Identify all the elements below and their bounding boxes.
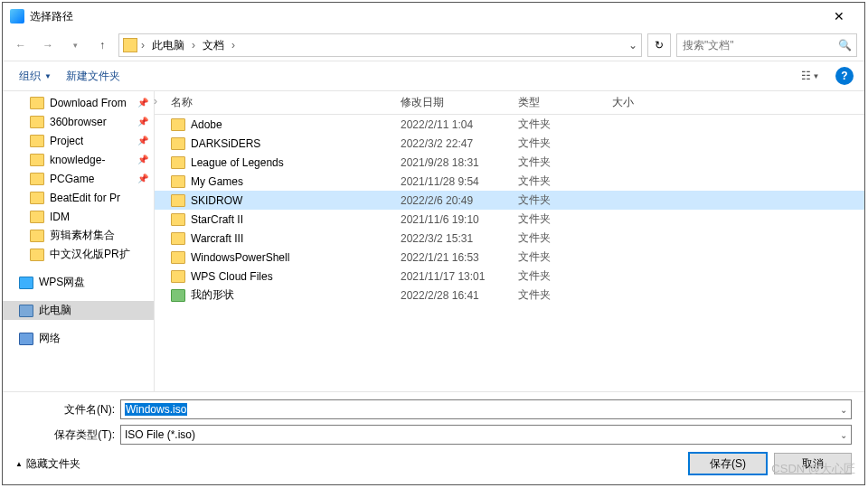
new-folder-button[interactable]: 新建文件夹	[61, 65, 126, 88]
file-name: My Games	[191, 175, 401, 188]
sidebar-item[interactable]: 剪辑素材集合	[3, 226, 154, 245]
breadcrumb-root[interactable]: 此电脑	[148, 36, 188, 55]
file-row[interactable]: Warcraft III2022/3/2 15:31文件夹	[155, 229, 864, 248]
sidebar-item-label: WPS网盘	[39, 275, 85, 290]
chevron-down-icon: ▼	[44, 72, 52, 80]
file-type: 文件夹	[518, 136, 612, 151]
folder-icon	[171, 194, 185, 207]
recent-dropdown-icon[interactable]: ▾	[64, 34, 86, 56]
chevron-down-icon[interactable]: ⌄	[840, 405, 847, 415]
file-type: 文件夹	[518, 249, 612, 265]
back-button[interactable]: ←	[10, 34, 32, 56]
sidebar-item-pc[interactable]: 此电脑	[3, 301, 154, 320]
sidebar-item[interactable]: 中文汉化版PR扩	[3, 245, 154, 264]
column-name[interactable]: 名称	[171, 95, 401, 110]
address-bar[interactable]: › 此电脑 › 文档 › ⌄	[118, 33, 642, 57]
file-date: 2022/1/21 16:53	[401, 251, 518, 264]
folder-icon	[30, 135, 44, 147]
sidebar-item[interactable]: Project📌	[3, 131, 154, 150]
file-name: DARKSiDERS	[191, 137, 401, 150]
filetype-label: 保存类型(T):	[15, 427, 115, 443]
folder-icon	[30, 230, 44, 242]
filename-value[interactable]: Windows.iso	[125, 403, 187, 416]
column-size[interactable]: 大小	[612, 95, 684, 110]
file-row[interactable]: StarCraft II2021/11/6 19:10文件夹	[155, 210, 864, 229]
help-button[interactable]: ?	[835, 67, 854, 85]
sidebar-item-label: 此电脑	[39, 303, 71, 318]
folder-icon	[171, 251, 185, 264]
hide-folders-button[interactable]: ▲ 隐藏文件夹	[15, 456, 80, 472]
filename-field[interactable]: Windows.iso ⌄	[120, 399, 852, 419]
file-name: WindowsPowerShell	[191, 251, 401, 264]
file-row[interactable]: SKIDROW2022/2/6 20:49文件夹	[155, 191, 864, 210]
column-date[interactable]: 修改日期	[401, 95, 518, 110]
app-icon	[10, 9, 24, 23]
sidebar-item-label: Download From	[50, 97, 127, 109]
cancel-button[interactable]: 取消	[774, 453, 852, 474]
nav-bar: ← → ▾ ↑ › 此电脑 › 文档 › ⌄ ↻ 🔍	[3, 30, 864, 61]
file-date: 2022/2/6 20:49	[401, 194, 518, 207]
sidebar-item[interactable]: Download From📌	[3, 93, 154, 112]
breadcrumb-folder[interactable]: 文档	[199, 36, 228, 55]
file-row[interactable]: Adobe2022/2/11 1:04文件夹	[155, 115, 864, 134]
folder-icon	[30, 173, 44, 185]
file-date: 2021/11/28 9:54	[401, 175, 518, 188]
search-box[interactable]: 🔍	[676, 33, 857, 57]
pin-icon: 📌	[137, 174, 148, 183]
sidebar-item-label: BeatEdit for Pr	[50, 192, 120, 204]
file-type: 文件夹	[518, 268, 612, 284]
filetype-field[interactable]: ISO File (*.iso) ⌄	[120, 425, 852, 445]
file-row[interactable]: DARKSiDERS2022/3/2 22:47文件夹	[155, 134, 864, 153]
file-date: 2021/11/6 19:10	[401, 213, 518, 226]
file-name: SKIDROW	[191, 194, 401, 207]
file-type: 文件夹	[518, 230, 612, 246]
sidebar-item-label: 360browser	[50, 116, 107, 128]
file-row[interactable]: League of Legends2021/9/28 18:31文件夹	[155, 153, 864, 172]
search-input[interactable]	[683, 39, 838, 52]
forward-button[interactable]: →	[37, 34, 59, 56]
column-type[interactable]: 类型	[518, 95, 612, 110]
search-icon: 🔍	[838, 39, 851, 52]
file-type: 文件夹	[518, 287, 612, 303]
sidebar-item[interactable]: knowledge-📌	[3, 150, 154, 169]
chevron-right-icon[interactable]: ›	[231, 39, 235, 52]
file-row[interactable]: My Games2021/11/28 9:54文件夹	[155, 172, 864, 191]
sidebar-item-wps[interactable]: WPS网盘	[3, 273, 154, 292]
folder-icon	[30, 249, 44, 261]
up-button[interactable]: ↑	[91, 34, 113, 56]
window-title: 选择路径	[30, 9, 821, 24]
sidebar-item[interactable]: IDM	[3, 207, 154, 226]
refresh-button[interactable]: ↻	[647, 33, 671, 57]
file-type: 文件夹	[518, 211, 612, 227]
file-name: WPS Cloud Files	[191, 270, 401, 283]
file-pane: › 名称 修改日期 类型 大小 Adobe2022/2/11 1:04文件夹DA…	[155, 91, 864, 391]
chevron-down-icon[interactable]: ⌄	[840, 430, 847, 440]
file-row[interactable]: 我的形状2022/2/28 16:41文件夹	[155, 286, 864, 305]
organize-button[interactable]: 组织 ▼	[14, 65, 57, 88]
sidebar-item[interactable]: PCGame📌	[3, 169, 154, 188]
chevron-right-icon[interactable]: ›	[141, 39, 145, 52]
filename-label: 文件名(N):	[15, 402, 115, 418]
folder-icon	[171, 118, 185, 131]
file-list[interactable]: Adobe2022/2/11 1:04文件夹DARKSiDERS2022/3/2…	[155, 115, 864, 391]
close-button[interactable]: ✕	[821, 9, 857, 23]
file-row[interactable]: WPS Cloud Files2021/11/17 13:01文件夹	[155, 267, 864, 286]
view-options-button[interactable]: ☷ ▼	[797, 66, 823, 86]
file-name: Adobe	[191, 118, 401, 131]
chevron-right-icon[interactable]: ›	[192, 39, 195, 52]
sidebar-item-net[interactable]: 网络	[3, 329, 154, 348]
form-area: 文件名(N): Windows.iso ⌄ 保存类型(T): ISO File …	[3, 392, 864, 448]
folder-icon	[30, 116, 44, 128]
save-button[interactable]: 保存(S)	[689, 453, 767, 474]
folder-icon	[171, 213, 185, 226]
address-dropdown-icon[interactable]: ⌄	[628, 39, 637, 52]
file-date: 2021/9/28 18:31	[401, 156, 518, 169]
file-date: 2022/3/2 22:47	[401, 137, 518, 150]
expand-sidebar-icon[interactable]: ›	[154, 95, 163, 113]
file-name: Warcraft III	[191, 232, 401, 245]
file-row[interactable]: WindowsPowerShell2022/1/21 16:53文件夹	[155, 248, 864, 267]
pin-icon: 📌	[137, 98, 148, 108]
sidebar-item[interactable]: 360browser📌	[3, 112, 154, 131]
sidebar-item-label: 网络	[39, 331, 61, 346]
sidebar-item[interactable]: BeatEdit for Pr	[3, 188, 154, 207]
